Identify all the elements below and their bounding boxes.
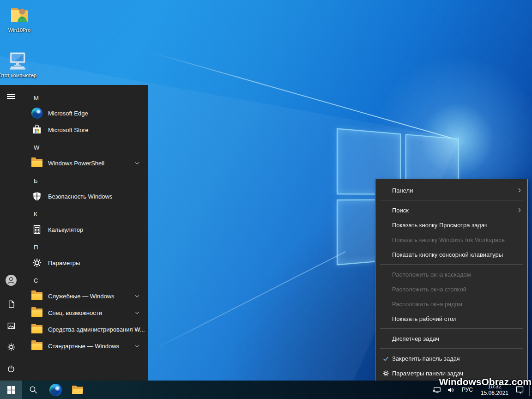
section-header[interactable]: Б [22,172,148,189]
settings-icon[interactable] [5,341,17,353]
section-header[interactable]: С [22,272,148,289]
desktop-icon-label: Win10Pro [0,27,39,33]
documents-icon[interactable] [5,298,17,310]
menu-separator [380,200,523,200]
menu-item-cascade-windows: Расположить окна каскадом [375,267,527,282]
folder-icon [31,307,42,318]
user-icon[interactable] [5,274,17,286]
section-header[interactable]: М [22,90,148,106]
checkmark-icon [382,355,389,362]
menu-item-side-by-side-windows: Расположить окна рядом [375,296,527,311]
chevron-down-icon[interactable] [134,293,140,299]
user-folder-icon [8,4,30,26]
menu-item-stack-windows: Расположить окна стопкой [375,282,527,296]
folder-icon [31,324,42,335]
start-app-windows-powershell[interactable]: Windows PowerShell [22,155,148,171]
watermark-text: WindowsObraz.com [439,376,532,387]
menu-item-paneli[interactable]: Панели [375,183,527,198]
shield-icon [31,191,42,202]
gear-icon [31,257,42,268]
menu-item-task-manager[interactable]: Диспетчер задач [375,331,527,346]
chevron-down-icon[interactable] [134,160,140,166]
search-button[interactable] [22,381,44,399]
desktop-icon-win10pro[interactable]: Win10Pro [0,4,39,33]
taskbar-context-menu: Панели Поиск Показать кнопку Просмотра з… [375,179,528,385]
windows-logo-icon [7,386,15,394]
start-app-standartnye-windows[interactable]: Стандартные — Windows [22,338,148,354]
edge-icon [49,384,62,396]
hamburger-icon[interactable] [5,91,17,103]
menu-item-show-task-view[interactable]: Показать кнопку Просмотра задач [375,218,527,232]
menu-item-show-ink-workspace: Показать кнопку Windows Ink Workspace [375,232,527,247]
start-app-microsoft-store[interactable]: Microsoft Store [22,121,148,138]
folder-icon [31,340,42,351]
submenu-arrow-icon [516,207,523,213]
chevron-down-icon[interactable] [134,309,140,316]
start-button[interactable] [0,381,22,399]
chevron-down-icon[interactable] [134,343,140,349]
language-indicator[interactable]: РУС [458,387,477,393]
search-icon [29,385,38,394]
menu-separator [380,348,523,349]
start-menu-rail [0,85,22,381]
menu-item-lock-taskbar[interactable]: Закрепить панель задач [375,351,527,366]
taskbar-explorer-button[interactable] [66,381,89,399]
edge-icon [31,108,42,119]
start-app-sredstva-administrirovaniya[interactable]: Средства администрирования W... [22,321,148,338]
submenu-arrow-icon [516,187,523,193]
start-app-calculator[interactable]: Калькулятор [22,221,148,238]
start-app-microsoft-edge[interactable]: Microsoft Edge [22,105,148,121]
start-app-spec-vozmozhnosti[interactable]: Спец. возможности [22,304,148,321]
clock-date: 15.06.2021 [481,390,508,396]
taskbar-edge-button[interactable] [44,381,66,399]
section-header[interactable]: К [22,206,148,222]
store-icon [31,124,42,135]
power-icon[interactable] [5,363,17,375]
file-explorer-icon [72,385,84,395]
menu-item-show-desktop[interactable]: Показать рабочий стол [375,311,527,326]
desktop-icon-label: Этот компьютер [0,73,37,79]
start-app-windows-security[interactable]: Безопасность Windows [22,188,148,205]
menu-separator [380,264,523,265]
desktop: Win10Pro Этот компьютер [0,0,532,399]
menu-item-show-touch-keyboard[interactable]: Показать кнопку сенсорной клавиатуры [375,247,527,262]
menu-separator [380,328,523,329]
desktop-icon-this-pc[interactable]: Этот компьютер [0,49,37,79]
calculator-icon [31,224,42,235]
menu-item-poisk[interactable]: Поиск [375,203,527,218]
chevron-down-icon[interactable] [134,326,140,332]
gear-icon [382,369,389,377]
start-app-settings[interactable]: Параметры [22,254,148,271]
computer-icon [6,49,29,71]
section-header[interactable]: W [22,139,148,156]
folder-icon [31,290,42,302]
folder-icon [31,157,42,169]
start-app-sluzhebnye-windows[interactable]: Служебные — Windows [22,288,148,304]
start-menu: М Microsoft Edge Microsoft Store [0,85,148,381]
section-header[interactable]: П [22,239,148,255]
start-menu-app-list: М Microsoft Edge Microsoft Store [22,85,148,381]
pictures-icon[interactable] [5,320,17,332]
